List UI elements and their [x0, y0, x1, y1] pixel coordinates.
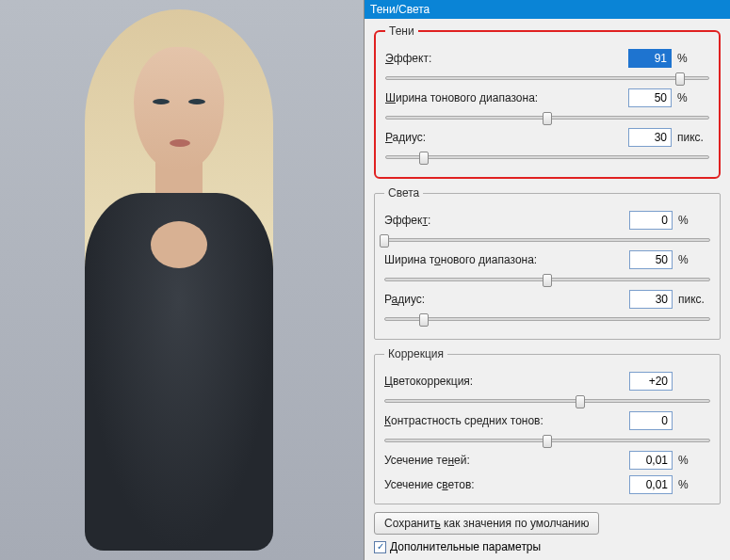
- shadows-tonal-slider[interactable]: [385, 111, 709, 124]
- highlights-radius-unit: пикс.: [673, 293, 710, 306]
- shadows-amount-unit: %: [672, 52, 709, 65]
- highlights-amount-label: Эффект:: [384, 214, 629, 227]
- save-defaults-button[interactable]: Сохранить как значения по умолчанию: [374, 512, 599, 535]
- shadows-tonal-input[interactable]: [628, 88, 672, 107]
- highlights-radius-label: Радиус:: [384, 293, 629, 306]
- color-correction-label: Цветокоррекция:: [384, 375, 629, 388]
- group-highlights-legend: Света: [384, 186, 423, 200]
- black-clip-input[interactable]: [629, 451, 673, 470]
- white-clip-input[interactable]: [629, 475, 673, 494]
- group-adjustments-legend: Коррекция: [384, 347, 447, 360]
- dialog-title: Тени/Света: [365, 0, 730, 19]
- shadows-radius-input[interactable]: [628, 128, 672, 147]
- white-clip-unit: %: [673, 478, 710, 491]
- image-content: [66, 9, 292, 555]
- shadows-tonal-label: Ширина тонового диапазона:: [385, 91, 628, 104]
- shadows-radius-slider[interactable]: [385, 151, 709, 164]
- highlights-amount-unit: %: [673, 214, 710, 227]
- midtone-contrast-label: Контрастность средних тонов:: [384, 414, 629, 427]
- more-options-checkbox[interactable]: ✓: [374, 541, 386, 553]
- highlights-amount-input[interactable]: [629, 211, 673, 230]
- highlights-tonal-slider[interactable]: [384, 273, 710, 286]
- black-clip-unit: %: [673, 454, 710, 467]
- shadows-amount-label: Эффект:: [385, 52, 628, 65]
- group-adjustments: Коррекция Цветокоррекция: Контрастность …: [374, 347, 721, 504]
- shadows-amount-input[interactable]: [628, 49, 672, 68]
- shadows-radius-label: Радиус:: [385, 131, 628, 144]
- white-clip-label: Усечение светов:: [384, 478, 629, 491]
- midtone-contrast-input[interactable]: [629, 411, 673, 430]
- highlights-radius-input[interactable]: [629, 290, 673, 309]
- group-highlights: Света Эффект: % Ширина тонового диапазон…: [374, 186, 721, 340]
- group-shadows: Тени Эффект: % Ширина тонового диапазона…: [374, 24, 721, 179]
- highlights-amount-slider[interactable]: [384, 233, 710, 247]
- color-correction-input[interactable]: [629, 372, 673, 391]
- group-shadows-legend: Тени: [385, 24, 418, 38]
- highlights-tonal-unit: %: [673, 253, 710, 266]
- more-options-label[interactable]: Дополнительные параметры: [390, 540, 541, 553]
- black-clip-label: Усечение теней:: [384, 454, 629, 467]
- highlights-tonal-input[interactable]: [629, 250, 673, 269]
- document-canvas: [0, 0, 364, 560]
- highlights-radius-slider[interactable]: [384, 312, 710, 326]
- color-correction-slider[interactable]: [384, 394, 710, 408]
- shadows-highlights-dialog: Тени/Света Тени Эффект: % Ширина тоновог…: [364, 0, 730, 560]
- shadows-radius-unit: пикс.: [672, 131, 709, 144]
- shadows-tonal-unit: %: [672, 91, 709, 104]
- midtone-contrast-slider[interactable]: [384, 434, 710, 447]
- shadows-amount-slider[interactable]: [385, 72, 709, 85]
- highlights-tonal-label: Ширина тонового диапазона:: [384, 253, 629, 266]
